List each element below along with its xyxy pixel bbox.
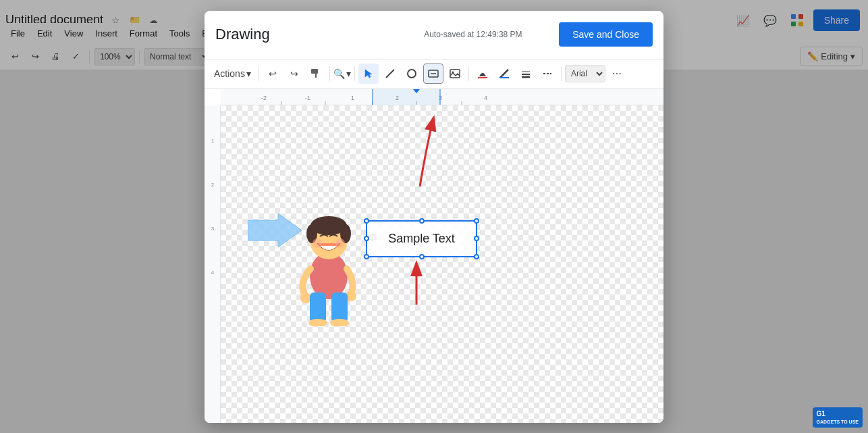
svg-point-44 [313, 238, 322, 248]
ruler-left: 1 2 3 4 [205, 105, 221, 423]
actions-label: Actions [214, 68, 245, 79]
svg-line-13 [500, 70, 508, 78]
more-options-btn[interactable]: ⋯ [607, 63, 627, 84]
watermark-text: G1 [817, 410, 825, 417]
svg-text:4: 4 [211, 270, 215, 276]
svg-text:1: 1 [351, 95, 354, 101]
modal-overlay: Drawing Auto-saved at 12:49:38 PM Save a… [0, 0, 868, 433]
draw-undo-btn[interactable]: ↩ [263, 63, 283, 84]
svg-point-7 [408, 70, 416, 78]
ruler-left-svg: 1 2 3 4 [205, 105, 221, 423]
character-figure[interactable] [288, 193, 369, 328]
fill-color-btn[interactable] [472, 63, 493, 84]
select-tool-btn[interactable] [358, 63, 379, 84]
svg-rect-48 [310, 292, 326, 323]
drawing-title: Drawing [215, 26, 387, 43]
svg-text:1: 1 [211, 138, 215, 144]
autosave-text: Auto-saved at 12:49:38 PM [387, 30, 560, 39]
dt-divider-3 [354, 66, 355, 81]
svg-rect-12 [478, 77, 487, 78]
svg-text:-2: -2 [261, 95, 267, 101]
drawing-modal: Drawing Auto-saved at 12:49:38 PM Save a… [205, 11, 663, 423]
handle-top-mid[interactable] [419, 218, 425, 224]
svg-rect-49 [331, 292, 348, 323]
actions-btn[interactable]: Actions ▾ [210, 63, 255, 84]
line-tool-btn[interactable] [380, 63, 400, 84]
ruler-top: -2 -1 1 2 3 4 [221, 89, 663, 105]
ruler-top-svg: -2 -1 1 2 3 4 [221, 89, 663, 105]
svg-text:-1: -1 [305, 95, 310, 101]
border-dash-btn[interactable] [537, 63, 558, 84]
svg-text:2: 2 [211, 182, 215, 188]
svg-rect-4 [311, 69, 318, 74]
draw-font-select[interactable]: Arial [565, 65, 605, 82]
canvas-content: Sample Text [221, 105, 663, 423]
svg-point-46 [300, 292, 311, 303]
modal-header: Drawing Auto-saved at 12:49:38 PM Save a… [205, 11, 663, 59]
dt-divider-4 [468, 66, 469, 81]
text-box-selected[interactable]: Sample Text [366, 220, 477, 257]
drawing-toolbar: Actions ▾ ↩ ↪ 🔍 ▾ [205, 59, 663, 89]
handle-top-right[interactable] [474, 218, 479, 224]
character-svg [292, 195, 366, 326]
svg-rect-30 [373, 89, 440, 105]
border-weight-btn[interactable] [516, 63, 536, 84]
handle-top-left[interactable] [364, 218, 369, 224]
zoom-chevron-icon: ▾ [346, 68, 351, 79]
zoom-btn[interactable]: 🔍 ▾ [333, 63, 351, 84]
zoom-icon: 🔍 [333, 68, 345, 79]
red-arrow-up-svg [403, 257, 437, 311]
shape-tool-btn[interactable] [402, 63, 422, 84]
svg-point-45 [335, 238, 345, 248]
svg-rect-5 [315, 73, 317, 78]
save-close-button[interactable]: Save and Close [559, 22, 653, 47]
handle-mid-left[interactable] [364, 236, 369, 241]
watermark: G1 GADGETS TO USE [813, 407, 863, 428]
drawing-canvas-area: -2 -1 1 2 3 4 [205, 89, 663, 423]
actions-chevron-icon: ▾ [246, 68, 251, 79]
red-arrow-down-svg [400, 105, 440, 193]
handle-mid-right[interactable] [474, 236, 479, 241]
sample-text: Sample Text [388, 232, 455, 246]
image-tool-btn[interactable] [445, 63, 465, 84]
paint-format-icon[interactable] [306, 63, 326, 84]
dt-divider-5 [561, 66, 562, 81]
draw-redo-btn[interactable]: ↪ [284, 63, 304, 84]
handle-bottom-left[interactable] [364, 254, 369, 259]
handle-bottom-right[interactable] [474, 254, 479, 259]
dt-divider-1 [259, 66, 259, 81]
textbox-tool-btn[interactable] [423, 63, 443, 84]
svg-rect-14 [499, 77, 509, 78]
watermark-label: GADGETS TO USE [817, 419, 859, 424]
svg-text:4: 4 [484, 95, 487, 101]
svg-text:3: 3 [211, 226, 215, 232]
border-color-btn[interactable] [494, 63, 514, 84]
svg-line-6 [386, 70, 394, 78]
dt-divider-2 [329, 66, 330, 81]
